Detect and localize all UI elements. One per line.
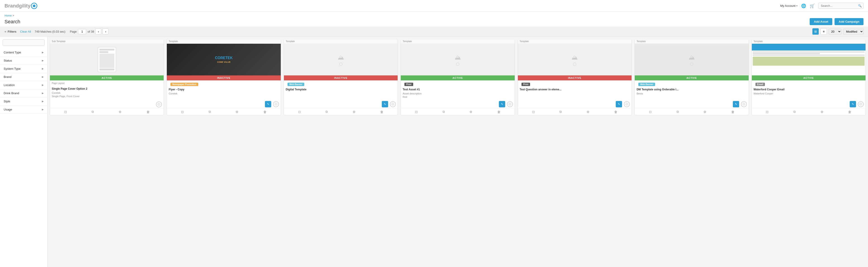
sidebar-item-status[interactable]: Status ▶ xyxy=(0,57,47,65)
resize-icon[interactable]: ⊡ xyxy=(64,110,67,114)
resize-icon[interactable]: ⊡ xyxy=(415,110,418,114)
cart-icon[interactable]: 🛒 xyxy=(810,3,815,8)
settings-icon[interactable]: ⚙ xyxy=(587,110,590,114)
card-tag: Web Banner xyxy=(638,83,655,86)
sidebar-item-style[interactable]: Style ▶ xyxy=(0,97,47,106)
edit-button[interactable]: ✎ xyxy=(850,101,856,107)
delete-icon[interactable]: 🗑 xyxy=(614,110,617,114)
card-image: CORETEK COME VALUE xyxy=(167,44,281,75)
edit-button[interactable]: ✎ xyxy=(733,101,739,107)
info-icon[interactable]: ⓘ xyxy=(624,101,630,107)
add-campaign-button[interactable]: Add Campaign xyxy=(835,18,864,25)
info-icon[interactable]: ⓘ xyxy=(741,101,747,107)
copy-icon[interactable]: ⧉ xyxy=(209,110,211,114)
card-subtitle: Asset description xyxy=(403,92,513,95)
sidebar-item-drink-brand[interactable]: Drink Brand ▶ xyxy=(0,89,47,97)
sidebar-item-label: Style xyxy=(4,100,10,103)
info-icon[interactable]: ⓘ xyxy=(858,101,864,107)
resize-icon[interactable]: ⊡ xyxy=(298,110,301,114)
next-page-button[interactable]: › xyxy=(103,29,108,34)
edit-button[interactable]: ✎ xyxy=(499,101,505,107)
sidebar-search-input[interactable] xyxy=(3,39,44,46)
header-right: My Account ▾ 🌐 🛒 🔍 xyxy=(780,3,864,9)
card-info: Waterford Cooper Email Waterford Cooper xyxy=(752,87,866,100)
edit-button[interactable]: ✎ xyxy=(265,101,271,107)
settings-icon[interactable]: ⚙ xyxy=(119,110,122,114)
delete-icon[interactable]: 🗑 xyxy=(147,110,150,114)
card-type-label: Template xyxy=(752,39,866,44)
resize-icon[interactable]: ⊡ xyxy=(532,110,535,114)
card-actions: ⊡ ⧉ ⚙ 🗑 xyxy=(518,108,631,115)
photo-placeholder: ⛰ ◯ xyxy=(571,54,578,66)
edit-button[interactable]: ✎ xyxy=(382,101,388,107)
info-icon[interactable]: ⓘ xyxy=(507,101,513,107)
sidebar-arrow-icon: ▶ xyxy=(42,108,43,111)
sidebar-item-usage[interactable]: Usage ▶ xyxy=(0,106,47,114)
card-actions: ⊡ ⧉ ⚙ 🗑 xyxy=(50,108,164,115)
breadcrumb-home[interactable]: Home xyxy=(4,14,12,17)
delete-icon[interactable]: 🗑 xyxy=(497,110,500,114)
edit-button[interactable]: ✎ xyxy=(616,101,622,107)
sidebar-item-brand[interactable]: Brand ▶ xyxy=(0,73,47,81)
sidebar-arrow-icon: ▶ xyxy=(42,92,43,95)
settings-icon[interactable]: ⚙ xyxy=(352,110,355,114)
sort-select[interactable]: Modified Name Created xyxy=(843,29,864,34)
card-title: Flyer - Copy xyxy=(168,88,279,91)
sidebar-item-content-type[interactable]: Content Type ▶ xyxy=(0,49,47,57)
sidebar-item-label: Brand xyxy=(4,75,11,79)
page-input[interactable] xyxy=(78,29,86,34)
delete-icon[interactable]: 🗑 xyxy=(264,110,267,114)
sidebar-item-system-type[interactable]: System Type ▶ xyxy=(0,65,47,73)
globe-icon[interactable]: 🌐 xyxy=(801,3,806,8)
sidebar-item-location[interactable]: Location ▶ xyxy=(0,81,47,89)
resize-icon[interactable]: ⊡ xyxy=(181,110,184,114)
circle-icon: ◯ xyxy=(573,62,577,66)
per-page-select[interactable]: 10 20 50 100 xyxy=(829,29,841,34)
copy-icon[interactable]: ⧉ xyxy=(92,110,94,114)
copy-icon[interactable]: ⧉ xyxy=(442,110,445,114)
wf-line xyxy=(753,51,865,53)
info-icon[interactable]: ⓘ xyxy=(390,101,396,107)
my-account-button[interactable]: My Account ▾ xyxy=(780,4,798,7)
clear-all-button[interactable]: Clear All xyxy=(20,30,31,33)
settings-icon[interactable]: ⚙ xyxy=(704,110,706,114)
sidebar-search-wrapper xyxy=(0,39,47,49)
card-7: Template ACTIVE Email xyxy=(752,39,866,115)
settings-icon[interactable]: ⚙ xyxy=(236,110,239,114)
filters-toggle[interactable]: « Filters xyxy=(4,30,17,33)
card-icon-row: ✎ ⓘ xyxy=(752,100,866,108)
copy-icon[interactable]: ⧉ xyxy=(794,110,796,114)
header-search-input[interactable] xyxy=(818,3,864,9)
card-info: Digital Template xyxy=(284,87,398,100)
resize-icon[interactable]: ⊡ xyxy=(649,110,652,114)
header-search-icon[interactable]: 🔍 xyxy=(858,4,862,7)
wf-header xyxy=(752,44,866,51)
grid-view-button[interactable]: ⊞ xyxy=(812,28,819,35)
copy-icon[interactable]: ⧉ xyxy=(677,110,679,114)
settings-icon[interactable]: ⚙ xyxy=(820,110,824,114)
sidebar-item-label: Location xyxy=(4,83,15,87)
sidebar-arrow-icon: ▶ xyxy=(42,59,43,62)
card-tag: Web Banner xyxy=(287,83,304,86)
card-4: Template ⛰ ◯ ACTIVE Print Test Asset #1 … xyxy=(401,39,515,115)
settings-icon[interactable]: ⚙ xyxy=(469,110,472,114)
prev-page-button[interactable]: ‹ xyxy=(95,29,101,34)
collapse-icon: « xyxy=(4,30,6,33)
delete-icon[interactable]: 🗑 xyxy=(848,110,851,114)
add-asset-button[interactable]: Add Asset xyxy=(810,18,832,25)
card-title: Waterford Cooper Email xyxy=(754,88,864,91)
card-image: ⛰ ◯ xyxy=(635,44,748,75)
page-header: Home > Search Add Asset Add Campaign xyxy=(0,12,868,26)
coretek-sub-text: COME VALUE xyxy=(217,61,230,63)
copy-icon[interactable]: ⧉ xyxy=(559,110,562,114)
delete-icon[interactable]: 🗑 xyxy=(380,110,383,114)
resize-icon[interactable]: ⊡ xyxy=(766,110,769,114)
waterford-preview xyxy=(752,44,866,75)
status-bar: INACTIVE xyxy=(518,75,631,80)
copy-icon[interactable]: ⧉ xyxy=(326,110,328,114)
info-icon[interactable]: ⓘ xyxy=(273,101,279,107)
layout-preview xyxy=(98,47,116,72)
delete-icon[interactable]: 🗑 xyxy=(731,110,735,114)
info-icon[interactable]: ⓘ xyxy=(156,102,162,107)
list-view-button[interactable]: ≡ xyxy=(820,28,827,35)
